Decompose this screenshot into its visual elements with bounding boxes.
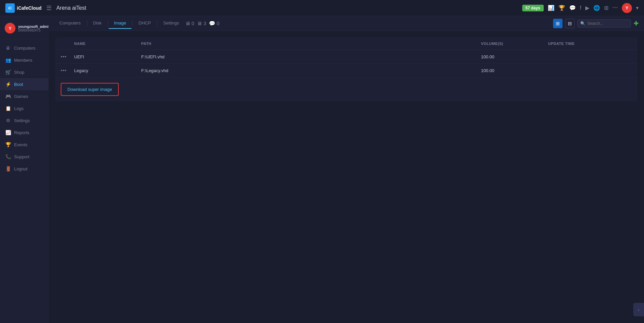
sidebar-item-games[interactable]: 🎮 Games xyxy=(0,90,49,102)
download-super-image-button[interactable]: Download super image xyxy=(61,83,119,96)
monitor-msg-icon[interactable]: 💬 0 xyxy=(209,20,220,26)
search-box: 🔍 xyxy=(577,19,631,28)
sidebar-item-shop[interactable]: 🛒 Shop xyxy=(0,66,49,78)
events-icon: 🏆 xyxy=(5,142,11,147)
events-label: Events xyxy=(14,142,28,147)
sidebar-user: Y youngzsoft_admin 009693482475 xyxy=(0,19,49,39)
tab-dhcp-label: DHCP xyxy=(139,20,151,25)
table-container: NAME PATH VOLUME(S) UPDATE TIME ••• UEFI… xyxy=(55,38,637,101)
tab-settings[interactable]: Settings xyxy=(158,18,184,29)
reports-icon: 📈 xyxy=(5,130,11,135)
tab-divider-4 xyxy=(157,20,157,27)
tab-settings-label: Settings xyxy=(163,20,179,25)
monitor-0-icon[interactable]: 🖥 0 xyxy=(185,20,195,26)
logo[interactable]: iC iCafeCloud xyxy=(5,3,42,13)
search-input[interactable] xyxy=(587,21,628,26)
trophy-icon[interactable]: 🏆 xyxy=(558,5,565,11)
windows-btn-1[interactable]: ⊞ xyxy=(553,19,562,28)
sidebar-item-boot[interactable]: ⚡ Boot xyxy=(0,78,49,90)
tab-disk-label: Disk xyxy=(93,20,102,25)
logo-text: iCafeCloud xyxy=(17,5,42,11)
col-name: NAME xyxy=(74,42,141,46)
sidebar-item-logs[interactable]: 📋 Logs xyxy=(0,102,49,114)
table-header: NAME PATH VOLUME(S) UPDATE TIME xyxy=(55,38,637,50)
table-row: ••• Legacy F:\Legacy.vhd 100.00 xyxy=(55,64,637,77)
reports-label: Reports xyxy=(14,130,30,135)
table-row: ••• UEFI F:\UEFI.vhd 100.00 xyxy=(55,50,637,64)
chat-icon[interactable]: 💬 xyxy=(569,5,576,11)
facebook-icon[interactable]: f xyxy=(580,5,581,11)
sidebar: Y youngzsoft_admin 009693482475 🖥 Comput… xyxy=(0,16,49,323)
games-icon: 🎮 xyxy=(5,94,11,99)
members-label: Members xyxy=(14,58,32,63)
games-label: Games xyxy=(14,94,28,99)
monitor-3-icon[interactable]: 🖥 3 xyxy=(197,20,206,26)
shop-label: Shop xyxy=(14,70,24,75)
main: Computers Disk Image DHCP Settings xyxy=(49,16,644,323)
sidebar-item-members[interactable]: 👥 Members xyxy=(0,54,49,66)
boot-label: Boot xyxy=(14,82,23,87)
topbar: iC iCafeCloud ☰ Arena aiTest 57 days 📊 🏆… xyxy=(0,0,644,16)
sidebar-item-computers[interactable]: 🖥 Computers xyxy=(0,42,49,54)
col-dots xyxy=(61,42,74,46)
user-info: youngzsoft_admin 009693482475 xyxy=(18,24,51,32)
sidebar-item-reports[interactable]: 📈 Reports xyxy=(0,126,49,139)
tab-divider-1 xyxy=(87,20,87,27)
sidebar-item-events[interactable]: 🏆 Events xyxy=(0,139,49,151)
support-icon: 📞 xyxy=(5,154,11,159)
computers-label: Computers xyxy=(14,46,36,51)
logs-icon: 📋 xyxy=(5,106,11,111)
tabs-bar: Computers Disk Image DHCP Settings xyxy=(49,16,644,31)
sidebar-item-logout[interactable]: 🚪 Logout xyxy=(0,163,49,175)
grid-icon[interactable]: ⊞ xyxy=(604,5,608,11)
row-name-1: UEFI xyxy=(74,54,141,59)
logout-icon: 🚪 xyxy=(5,166,11,171)
members-icon: 👥 xyxy=(5,57,11,63)
row-menu-icon-1[interactable]: ••• xyxy=(61,54,74,59)
topbar-left: iC iCafeCloud ☰ Arena aiTest xyxy=(5,3,86,13)
tabs-right: ⊞ ⊟ 🔍 ✚ xyxy=(553,19,639,28)
content-area: NAME PATH VOLUME(S) UPDATE TIME ••• UEFI… xyxy=(49,31,644,323)
page-title: Arena aiTest xyxy=(56,5,86,11)
topbar-chevron-down[interactable]: ▾ xyxy=(636,5,639,11)
col-path: PATH xyxy=(141,42,481,46)
sidebar-item-support[interactable]: 📞 Support xyxy=(0,151,49,163)
tabs-icons: 🖥 0 🖥 3 💬 0 xyxy=(185,20,220,26)
add-green-icon[interactable]: ✚ xyxy=(634,20,639,27)
settings-label: Settings xyxy=(14,118,30,123)
avatar: Y xyxy=(5,23,15,34)
logs-label: Logs xyxy=(14,106,23,111)
user-id: 009693482475 xyxy=(18,29,51,32)
row-path-1: F:\UEFI.vhd xyxy=(141,54,481,59)
support-label: Support xyxy=(14,154,30,159)
bottom-right-handle[interactable]: ‹ xyxy=(633,303,644,316)
tab-disk[interactable]: Disk xyxy=(88,18,107,29)
days-badge: 57 days xyxy=(522,5,544,11)
windows-btn-2[interactable]: ⊟ xyxy=(565,19,575,28)
tab-image-label: Image xyxy=(114,20,126,25)
globe-icon[interactable]: 🌐 xyxy=(593,5,600,11)
row-volume-2: 100.00 xyxy=(481,68,548,73)
settings-icon: ⚙ xyxy=(5,118,11,123)
tab-computers[interactable]: Computers xyxy=(54,18,86,29)
boot-icon: ⚡ xyxy=(5,82,11,87)
youtube-icon[interactable]: ▶ xyxy=(585,5,589,11)
computers-icon: 🖥 xyxy=(5,45,11,51)
hamburger-icon[interactable]: ☰ xyxy=(46,4,52,12)
wave-icon[interactable]: 〰 xyxy=(612,5,618,11)
row-name-2: Legacy xyxy=(74,68,141,73)
topbar-right: 57 days 📊 🏆 💬 f ▶ 🌐 ⊞ 〰 Y ▾ xyxy=(522,3,639,13)
row-volume-1: 100.00 xyxy=(481,54,548,59)
avatar-topbar[interactable]: Y xyxy=(622,3,632,13)
logout-label: Logout xyxy=(14,166,28,171)
row-menu-icon-2[interactable]: ••• xyxy=(61,68,74,73)
layout: Y youngzsoft_admin 009693482475 🖥 Comput… xyxy=(0,16,644,323)
sidebar-item-settings[interactable]: ⚙ Settings xyxy=(0,114,49,126)
row-path-2: F:\Legacy.vhd xyxy=(141,68,481,73)
col-update-time: UPDATE TIME xyxy=(548,42,632,46)
tab-image[interactable]: Image xyxy=(109,18,131,29)
tab-dhcp[interactable]: DHCP xyxy=(133,18,156,29)
tabs-left: Computers Disk Image DHCP Settings xyxy=(54,18,219,29)
nav-items: 🖥 Computers 👥 Members 🛒 Shop ⚡ Boot 🎮 Ga… xyxy=(0,39,49,323)
dashboard-icon[interactable]: 📊 xyxy=(548,5,554,11)
